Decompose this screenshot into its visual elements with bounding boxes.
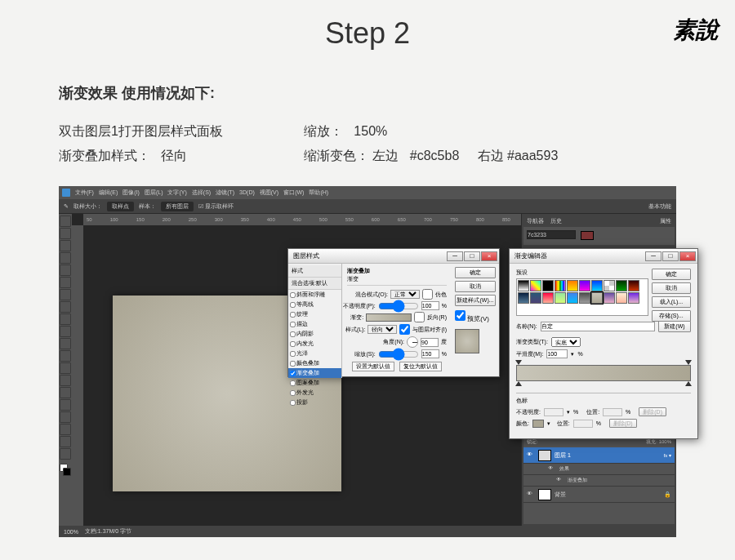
gradient-preset[interactable] (616, 292, 627, 304)
menu-item[interactable]: 滤镜(T) (216, 189, 234, 195)
tool-eraser[interactable] (60, 338, 71, 349)
style-checkbox[interactable] (290, 312, 296, 318)
cancel-button[interactable]: 取消 (652, 282, 691, 294)
gradient-preset[interactable] (591, 280, 603, 291)
make-default-button[interactable]: 设置为默认值 (352, 362, 394, 371)
menu-item[interactable]: 选择(S) (192, 189, 211, 195)
menu-item[interactable]: 文件(F) (75, 189, 94, 195)
color-swatch[interactable] (581, 231, 594, 240)
dither-checkbox[interactable] (422, 289, 433, 300)
close-button[interactable]: × (679, 251, 696, 261)
ok-button[interactable]: 确定 (455, 267, 496, 278)
eye-icon[interactable]: 👁 (548, 465, 556, 473)
tool-lasso[interactable] (60, 240, 71, 251)
style-checkbox[interactable] (290, 380, 296, 386)
tool-stamp[interactable] (60, 313, 71, 325)
layer-row-background[interactable]: 👁 背景 🔒 (523, 487, 675, 503)
tool-pen[interactable] (60, 387, 71, 398)
menu-item[interactable]: 编辑(E) (99, 189, 118, 195)
reverse-checkbox[interactable] (414, 312, 425, 322)
tab-properties[interactable]: 属性 (660, 217, 671, 225)
stop-color-swatch[interactable] (532, 420, 544, 428)
tool-blur[interactable] (60, 362, 71, 374)
style-checkbox[interactable] (290, 361, 296, 367)
style-checkbox[interactable] (290, 292, 296, 298)
style-checkbox[interactable] (290, 322, 296, 327)
dialog-titlebar[interactable]: 图层样式 ─ □ × (288, 249, 499, 264)
angle-dial[interactable] (407, 336, 418, 348)
opacity-slider[interactable] (378, 303, 419, 309)
style-checkbox[interactable] (290, 302, 296, 308)
tool-crop[interactable] (60, 264, 71, 276)
tool-zoom[interactable] (60, 448, 71, 460)
opt-sample-select[interactable]: 所有图层 (161, 202, 194, 211)
minimize-button[interactable]: ─ (447, 251, 463, 261)
gradient-preset[interactable] (530, 280, 541, 291)
layer-fx-header[interactable]: 👁 效果 (523, 464, 675, 475)
menu-item[interactable]: 帮助(H) (309, 189, 328, 195)
reset-default-button[interactable]: 复位为默认值 (399, 362, 442, 371)
gradient-preset[interactable] (567, 292, 578, 304)
dialog-titlebar[interactable]: 渐变编辑器 ─ □ × (510, 249, 697, 264)
gradient-bar-editor[interactable] (516, 365, 691, 381)
scale-slider[interactable] (378, 351, 419, 358)
blend-mode-select[interactable]: 正常 (390, 290, 420, 299)
tool-marquee[interactable] (60, 228, 71, 239)
grad-type-select[interactable]: 实底 (551, 337, 581, 347)
gradient-preset[interactable] (530, 292, 541, 304)
style-item[interactable]: 光泽 (288, 349, 341, 358)
maximize-button[interactable]: □ (662, 251, 679, 261)
tool-dodge[interactable] (60, 375, 71, 386)
preview-checkbox[interactable] (455, 310, 466, 321)
style-item[interactable]: 投影 (288, 398, 341, 407)
grad-name-input[interactable] (541, 322, 655, 331)
align-checkbox[interactable] (399, 324, 410, 335)
eye-icon[interactable]: 👁 (556, 477, 564, 485)
menu-item[interactable]: 窗口(W) (283, 189, 304, 195)
gradient-preset[interactable] (628, 280, 639, 291)
gradient-preset[interactable] (542, 280, 554, 291)
eye-icon[interactable]: 👁 (527, 451, 535, 460)
style-checkbox[interactable] (290, 331, 296, 337)
style-checkbox[interactable] (290, 400, 296, 406)
minimize-button[interactable]: ─ (645, 251, 662, 261)
save-button[interactable]: 存储(S)... (652, 310, 691, 322)
style-blend-header[interactable]: 混合选项:默认 (288, 278, 341, 290)
style-item[interactable]: 图案叠加 (288, 378, 341, 388)
style-checkbox[interactable] (290, 351, 296, 357)
chevron-down-icon[interactable]: ▾ (571, 351, 574, 358)
gradient-picker[interactable] (366, 313, 412, 322)
load-button[interactable]: 载入(L)... (652, 296, 691, 308)
workspace-switcher[interactable]: 基本功能 (648, 202, 671, 211)
menu-item[interactable]: 图像(I) (122, 189, 140, 195)
layer-row-layer1[interactable]: 👁 图层 1 fx ▾ (523, 447, 675, 464)
style-item[interactable]: 外发光 (288, 388, 341, 398)
tool-wand[interactable] (60, 252, 71, 264)
tab-history[interactable]: 历史 (550, 217, 562, 225)
tool-hand[interactable] (60, 436, 71, 447)
tool-heal[interactable] (60, 289, 71, 300)
tool-brush[interactable] (60, 301, 71, 313)
style-item[interactable]: 斜面和浮雕 (288, 290, 341, 300)
gradient-preset[interactable] (604, 292, 615, 304)
tool-shape[interactable] (60, 424, 71, 435)
layer-fx-gradient-overlay[interactable]: 👁 渐变叠加 (523, 475, 675, 487)
smooth-input[interactable] (546, 349, 568, 358)
tab-navigator[interactable]: 导航器 (527, 217, 544, 225)
menu-item[interactable]: 图层(L) (145, 189, 163, 195)
gradient-preset[interactable] (567, 280, 578, 291)
tool-history-brush[interactable] (60, 326, 71, 337)
status-zoom[interactable]: 100% (64, 529, 78, 535)
style-item[interactable]: 纹理 (288, 309, 341, 319)
style-list-header[interactable]: 样式 (288, 265, 341, 278)
style-item[interactable]: 等高线 (288, 300, 341, 309)
new-gradient-button[interactable]: 新建(W) (658, 321, 691, 332)
gradient-preset[interactable] (579, 292, 590, 304)
opt-show-ring[interactable]: ☑ 显示取样环 (198, 202, 234, 211)
gradient-preset[interactable] (542, 292, 554, 304)
menu-item[interactable]: 3D(D) (239, 189, 255, 195)
color-hex-input[interactable] (527, 230, 576, 239)
ok-button[interactable]: 确定 (652, 269, 691, 280)
tool-path[interactable] (60, 411, 71, 423)
opt-sample-size-select[interactable]: 取样点 (107, 202, 134, 211)
